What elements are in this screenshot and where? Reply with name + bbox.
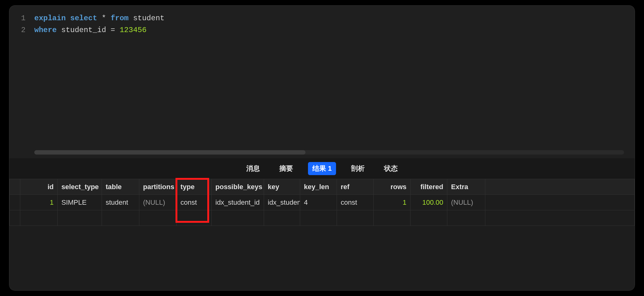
col-header-tail	[485, 179, 635, 195]
cell-empty	[139, 210, 177, 226]
cell-possible_keys[interactable]: idx_student_id	[212, 195, 264, 210]
cell-empty	[102, 210, 139, 226]
code-content[interactable]: explain select * from student	[34, 12, 165, 24]
tab-0[interactable]: 消息	[242, 162, 264, 175]
code-content[interactable]: where student_id = 123456	[34, 24, 147, 36]
cell-empty	[374, 210, 411, 226]
table-row-empty	[10, 210, 635, 226]
tab-3[interactable]: 剖析	[347, 162, 369, 175]
row-header-blank	[10, 179, 20, 195]
editor-hscroll[interactable]	[34, 150, 624, 155]
cell-empty	[177, 210, 212, 226]
col-header-key[interactable]: key	[264, 179, 300, 195]
cell-partitions[interactable]: (NULL)	[139, 195, 177, 210]
table-row[interactable]: 1SIMPLEstudent(NULL)constidx_student_idi…	[10, 195, 635, 210]
cell-rows[interactable]: 1	[374, 195, 411, 210]
cell-select_type[interactable]: SIMPLE	[58, 195, 102, 210]
tab-2[interactable]: 结果 1	[308, 162, 336, 175]
col-header-Extra[interactable]: Extra	[447, 179, 485, 195]
cell-type[interactable]: const	[177, 195, 212, 210]
col-header-filtered[interactable]: filtered	[411, 179, 447, 195]
cell-Extra[interactable]: (NULL)	[447, 195, 485, 210]
line-number: 2	[9, 24, 34, 36]
cell-empty	[411, 210, 447, 226]
line-number: 1	[9, 12, 34, 24]
row-handle[interactable]	[10, 195, 20, 210]
cell-empty	[485, 210, 635, 226]
cell-empty	[20, 210, 58, 226]
cell-empty	[264, 210, 300, 226]
sql-tool-window: 1explain select * from student2where stu…	[9, 6, 635, 290]
cell-key_len[interactable]: 4	[300, 195, 337, 210]
cell-filtered[interactable]: 100.00	[411, 195, 447, 210]
cell-empty	[58, 210, 102, 226]
editor-hscroll-thumb[interactable]	[34, 150, 305, 155]
col-header-select_type[interactable]: select_type	[58, 179, 102, 195]
col-header-type[interactable]: type	[177, 179, 212, 195]
cell-ref[interactable]: const	[337, 195, 374, 210]
cell-empty	[300, 210, 337, 226]
col-header-key_len[interactable]: key_len	[300, 179, 337, 195]
tab-4[interactable]: 状态	[380, 162, 402, 175]
col-header-rows[interactable]: rows	[374, 179, 411, 195]
cell-empty	[337, 210, 374, 226]
code-line[interactable]: 2where student_id = 123456	[9, 24, 635, 36]
col-header-possible_keys[interactable]: possible_keys	[212, 179, 264, 195]
cell-id[interactable]: 1	[20, 195, 58, 210]
cell-empty	[447, 210, 485, 226]
results-grid[interactable]: idselect_typetablepartitionstypepossible…	[9, 179, 635, 226]
results-grid-wrap: idselect_typetablepartitionstypepossible…	[9, 179, 635, 290]
code-line[interactable]: 1explain select * from student	[9, 12, 635, 24]
cell-empty	[212, 210, 264, 226]
col-header-id[interactable]: id	[20, 179, 58, 195]
col-header-table[interactable]: table	[102, 179, 139, 195]
tab-1[interactable]: 摘要	[275, 162, 297, 175]
col-header-ref[interactable]: ref	[337, 179, 374, 195]
cell-empty	[10, 210, 20, 226]
cell-table[interactable]: student	[102, 195, 139, 210]
cell-tail	[485, 195, 635, 210]
col-header-partitions[interactable]: partitions	[139, 179, 177, 195]
sql-editor[interactable]: 1explain select * from student2where stu…	[9, 6, 635, 158]
results-tabbar: 消息摘要结果 1剖析状态	[9, 158, 635, 179]
cell-key[interactable]: idx_student_id	[264, 195, 300, 210]
